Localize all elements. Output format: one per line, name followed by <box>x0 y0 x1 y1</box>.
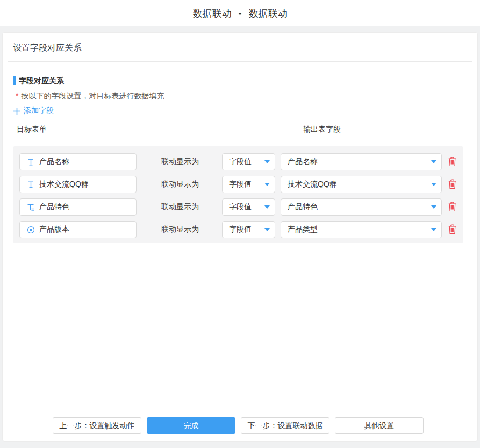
field-mapping-list: 产品名称 联动显示为 字段值 产品名称 技术交流QQ群 联动显示为 字段值 技术… <box>13 146 463 243</box>
divider <box>8 61 472 62</box>
text-input-icon <box>27 158 35 166</box>
finish-button[interactable]: 完成 <box>147 417 235 434</box>
target-field-label: 产品版本 <box>39 225 69 234</box>
mode-select-value: 字段值 <box>223 157 259 167</box>
required-asterisk: * <box>16 91 18 100</box>
target-field-input[interactable]: 技术交流QQ群 <box>19 176 137 193</box>
output-field-value: 产品类型 <box>288 225 318 234</box>
target-field-input[interactable]: 产品版本 <box>19 221 137 238</box>
field-mapping-row: 技术交流QQ群 联动显示为 字段值 技术交流QQ群 <box>13 176 463 193</box>
top-header: 数据联动 - 数据联动 <box>0 0 480 26</box>
chevron-down-icon[interactable] <box>259 160 275 163</box>
column-header-target-form: 目标表单 <box>17 125 47 133</box>
add-field-button[interactable]: 添加字段 <box>13 106 54 115</box>
delete-row-button[interactable] <box>448 201 456 212</box>
column-header-output-field: 输出表字段 <box>303 125 341 133</box>
settings-panel: 设置字段对应关系 字段对应关系 *按以下的字段设置，对目标表进行数据填充 添加字… <box>2 32 478 442</box>
mode-select[interactable]: 字段值 <box>222 153 275 170</box>
field-mapping-row: 产品版本 联动显示为 字段值 产品类型 <box>13 221 463 238</box>
target-field-input[interactable]: 产品名称 <box>19 153 137 170</box>
mode-select-value: 字段值 <box>223 180 259 189</box>
chevron-down-icon <box>431 205 436 209</box>
output-field-select[interactable]: 产品类型 <box>281 221 442 238</box>
required-note: *按以下的字段设置，对目标表进行数据填充 <box>16 92 164 99</box>
section-title-marker <box>13 76 16 85</box>
chevron-down-icon <box>431 183 436 186</box>
mode-select-value: 字段值 <box>223 225 259 234</box>
chevron-down-icon <box>431 160 436 163</box>
divider <box>3 410 477 410</box>
link-display-label: 联动显示为 <box>161 198 199 216</box>
footer-button[interactable]: 下一步：设置联动数据 <box>241 417 329 434</box>
output-field-select[interactable]: 技术交流QQ群 <box>281 176 442 193</box>
target-field-label: 产品特色 <box>39 202 69 212</box>
footer-actions: 上一步：设置触发动作完成下一步：设置联动数据其他设置 <box>53 417 424 434</box>
mode-select[interactable]: 字段值 <box>222 221 275 238</box>
mode-select-value: 字段值 <box>223 202 259 212</box>
footer-button[interactable]: 其他设置 <box>335 417 424 434</box>
output-field-select[interactable]: 产品名称 <box>281 153 442 170</box>
output-field-value: 产品特色 <box>288 202 318 212</box>
page-title: 数据联动 - 数据联动 <box>193 6 288 20</box>
output-field-value: 产品名称 <box>288 157 318 167</box>
delete-row-button[interactable] <box>448 156 456 167</box>
field-mapping-row: 产品特色 联动显示为 字段值 产品特色 <box>13 198 463 216</box>
chevron-down-icon[interactable] <box>259 228 275 231</box>
chevron-down-icon[interactable] <box>259 205 275 209</box>
link-display-label: 联动显示为 <box>161 176 199 193</box>
mode-select[interactable]: 字段值 <box>222 198 275 216</box>
radio-icon <box>27 226 35 234</box>
text-input-icon <box>27 181 35 189</box>
link-display-label: 联动显示为 <box>161 221 199 238</box>
target-field-label: 技术交流QQ群 <box>39 180 89 189</box>
footer-button[interactable]: 上一步：设置触发动作 <box>53 417 141 434</box>
section-title: 字段对应关系 <box>13 76 64 85</box>
textarea-icon <box>27 203 35 211</box>
plus-icon <box>13 107 21 115</box>
field-mapping-row: 产品名称 联动显示为 字段值 产品名称 <box>13 153 463 170</box>
delete-row-button[interactable] <box>448 179 456 190</box>
delete-row-button[interactable] <box>448 224 456 235</box>
chevron-down-icon <box>431 228 436 231</box>
mode-select[interactable]: 字段值 <box>222 176 275 193</box>
panel-header-title: 设置字段对应关系 <box>13 44 82 52</box>
link-display-label: 联动显示为 <box>161 153 199 170</box>
chevron-down-icon[interactable] <box>259 183 275 186</box>
output-field-value: 技术交流QQ群 <box>288 180 337 189</box>
target-field-input[interactable]: 产品特色 <box>19 198 137 216</box>
target-field-label: 产品名称 <box>39 157 69 167</box>
divider <box>8 139 472 139</box>
output-field-select[interactable]: 产品特色 <box>281 198 442 216</box>
